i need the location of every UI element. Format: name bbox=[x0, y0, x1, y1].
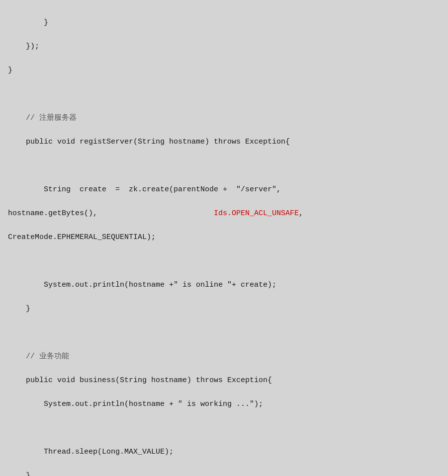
code-line: public void registServer(String hostname… bbox=[8, 136, 440, 148]
code-line: System.out.println(hostname + " is worki… bbox=[8, 398, 440, 410]
code-line: String create = zk.create(parentNode + "… bbox=[8, 184, 440, 196]
code-line-blank bbox=[8, 327, 440, 339]
code-line: System.out.println(hostname +" is online… bbox=[8, 279, 440, 291]
code-line: public void business(String hostname) th… bbox=[8, 375, 440, 387]
code-line: // 注册服务器 bbox=[8, 112, 440, 124]
code-line-blank bbox=[8, 160, 440, 172]
code-line: } bbox=[8, 470, 440, 476]
ids-open-text: Ids.OPEN_ACL_UNSAFE bbox=[214, 209, 299, 218]
code-line-blank bbox=[8, 88, 440, 100]
code-line: Thread.sleep(Long.MAX_VALUE); bbox=[8, 446, 440, 458]
code-block: } }); } // 注册服务器 public void registServe… bbox=[0, 0, 448, 476]
code-line: } bbox=[8, 65, 440, 77]
code-line-blank bbox=[8, 255, 440, 267]
code-line-blank bbox=[8, 422, 440, 434]
code-line: } bbox=[8, 17, 440, 29]
code-line: // 业务功能 bbox=[8, 351, 440, 363]
code-line: hostname.getBytes(), Ids.OPEN_ACL_UNSAFE… bbox=[8, 208, 440, 220]
code-line: CreateMode.EPHEMERAL_SEQUENTIAL); bbox=[8, 232, 440, 243]
code-line: } bbox=[8, 303, 440, 315]
code-line: }); bbox=[8, 41, 440, 53]
